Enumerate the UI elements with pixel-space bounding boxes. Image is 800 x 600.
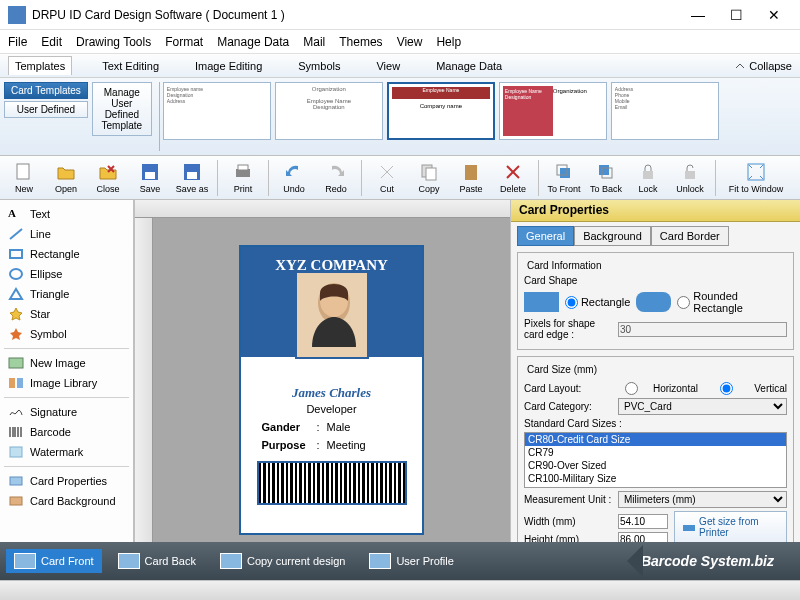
radio-rounded-rect[interactable]: Rounded Rectangle	[677, 290, 787, 314]
menubar: File Edit Drawing Tools Format Manage Da…	[0, 30, 800, 54]
tab-templates[interactable]: Templates	[8, 56, 72, 75]
template-item[interactable]: Employee nameDesignationAddress	[163, 82, 271, 140]
paste-button[interactable]: Paste	[451, 158, 491, 198]
radio-horizontal[interactable]: Horizontal	[613, 382, 698, 395]
copy-button[interactable]: Copy	[409, 158, 449, 198]
delete-button[interactable]: Delete	[493, 158, 533, 198]
width-input[interactable]	[618, 514, 668, 529]
unlock-button[interactable]: Unlock	[670, 158, 710, 198]
user-defined-button[interactable]: User Defined	[4, 101, 88, 118]
undo-button[interactable]: Undo	[274, 158, 314, 198]
card-front-button[interactable]: Card Front	[6, 549, 102, 573]
template-item-selected[interactable]: Employee NameCompany name	[387, 82, 495, 140]
print-button[interactable]: Print	[223, 158, 263, 198]
card-field-gender: Gander:Male	[262, 421, 402, 433]
card-barcode	[257, 461, 407, 505]
tab-symbols[interactable]: Symbols	[292, 57, 346, 75]
cut-button[interactable]: Cut	[367, 158, 407, 198]
save-as-icon	[182, 162, 202, 182]
category-label: Card Category:	[524, 401, 614, 412]
tool-rectangle[interactable]: Rectangle	[4, 244, 129, 264]
copy-design-button[interactable]: Copy current design	[212, 549, 353, 573]
save-button[interactable]: Save	[130, 158, 170, 198]
card-front-icon	[14, 553, 36, 569]
lock-button[interactable]: Lock	[628, 158, 668, 198]
size-item[interactable]: CR90-Over Sized	[525, 459, 786, 472]
get-size-button[interactable]: Get size from Printer	[674, 511, 787, 543]
menu-drawing[interactable]: Drawing Tools	[76, 35, 151, 49]
tool-new-image[interactable]: New Image	[4, 353, 129, 373]
tool-text[interactable]: AText	[4, 204, 129, 224]
save-icon	[140, 162, 160, 182]
open-button[interactable]: Open	[46, 158, 86, 198]
tool-image-library[interactable]: Image Library	[4, 373, 129, 393]
minimize-button[interactable]: —	[688, 7, 708, 23]
tool-barcode[interactable]: Barcode	[4, 422, 129, 442]
fit-window-button[interactable]: Fit to Window	[721, 158, 791, 198]
properties-icon	[8, 474, 24, 488]
tool-symbol[interactable]: Symbol	[4, 324, 129, 344]
tab-view[interactable]: View	[370, 57, 406, 75]
redo-icon	[326, 162, 346, 182]
size-item[interactable]: CR100-Military Size	[525, 472, 786, 485]
tab-border[interactable]: Card Border	[651, 226, 729, 246]
menu-help[interactable]: Help	[436, 35, 461, 49]
to-back-button[interactable]: To Back	[586, 158, 626, 198]
svg-rect-14	[643, 171, 653, 179]
user-profile-button[interactable]: User Profile	[361, 549, 461, 573]
close-doc-button[interactable]: Close	[88, 158, 128, 198]
menu-themes[interactable]: Themes	[339, 35, 382, 49]
pixel-edge-input	[618, 322, 787, 337]
template-item[interactable]: Employee NameDesignationOrganization	[499, 82, 607, 140]
template-item[interactable]: AddressPhoneMobileEmail	[611, 82, 719, 140]
size-list[interactable]: CR80-Credit Card Size CR79 CR90-Over Siz…	[524, 432, 787, 488]
menu-edit[interactable]: Edit	[41, 35, 62, 49]
tab-general[interactable]: General	[517, 226, 574, 246]
ribbon-body: Card Templates User Defined Manage User …	[0, 78, 800, 156]
to-front-button[interactable]: To Front	[544, 158, 584, 198]
size-item[interactable]: CR79	[525, 446, 786, 459]
close-icon	[98, 162, 118, 182]
unit-select[interactable]: Milimeters (mm)	[618, 491, 787, 508]
close-button[interactable]: ✕	[764, 7, 784, 23]
tool-card-properties[interactable]: Card Properties	[4, 471, 129, 491]
card-back-button[interactable]: Card Back	[110, 549, 204, 573]
tab-manage[interactable]: Manage Data	[430, 57, 508, 75]
manage-udt-button[interactable]: Manage User Defined Template	[92, 82, 152, 136]
category-select[interactable]: PVC_Card	[618, 398, 787, 415]
print-icon	[233, 162, 253, 182]
card-field-purpose: Purpose:Meeting	[262, 439, 402, 451]
menu-manage-data[interactable]: Manage Data	[217, 35, 289, 49]
card-templates-button[interactable]: Card Templates	[4, 82, 88, 99]
ribbon-tabs: Templates Text Editing Image Editing Sym…	[0, 54, 800, 78]
id-card[interactable]: XYZ COMPANY James Charles Developer Gand…	[239, 245, 424, 535]
menu-mail[interactable]: Mail	[303, 35, 325, 49]
tab-text[interactable]: Text Editing	[96, 57, 165, 75]
size-item[interactable]: CR80-Credit Card Size	[525, 433, 786, 446]
star-icon	[8, 307, 24, 321]
svg-rect-20	[9, 358, 23, 368]
maximize-button[interactable]: ☐	[726, 7, 746, 23]
signature-icon	[8, 405, 24, 419]
tool-signature[interactable]: Signature	[4, 402, 129, 422]
tool-star[interactable]: Star	[4, 304, 129, 324]
tool-line[interactable]: Line	[4, 224, 129, 244]
menu-view[interactable]: View	[397, 35, 423, 49]
save-as-button[interactable]: Save as	[172, 158, 212, 198]
tool-triangle[interactable]: Triangle	[4, 284, 129, 304]
menu-format[interactable]: Format	[165, 35, 203, 49]
radio-vertical[interactable]: Vertical	[702, 382, 787, 395]
redo-button[interactable]: Redo	[316, 158, 356, 198]
tab-background[interactable]: Background	[574, 226, 651, 246]
watermark-icon	[8, 445, 24, 459]
tool-watermark[interactable]: Watermark	[4, 442, 129, 462]
tool-card-background[interactable]: Card Background	[4, 491, 129, 511]
tab-image[interactable]: Image Editing	[189, 57, 268, 75]
new-button[interactable]: New	[4, 158, 44, 198]
collapse-button[interactable]: Collapse	[734, 60, 792, 72]
radio-rectangle[interactable]: Rectangle	[565, 296, 631, 309]
tool-ellipse[interactable]: Ellipse	[4, 264, 129, 284]
menu-file[interactable]: File	[8, 35, 27, 49]
canvas[interactable]: XYZ COMPANY James Charles Developer Gand…	[153, 218, 510, 562]
template-item[interactable]: OrganizationEmployee NameDesignation	[275, 82, 383, 140]
